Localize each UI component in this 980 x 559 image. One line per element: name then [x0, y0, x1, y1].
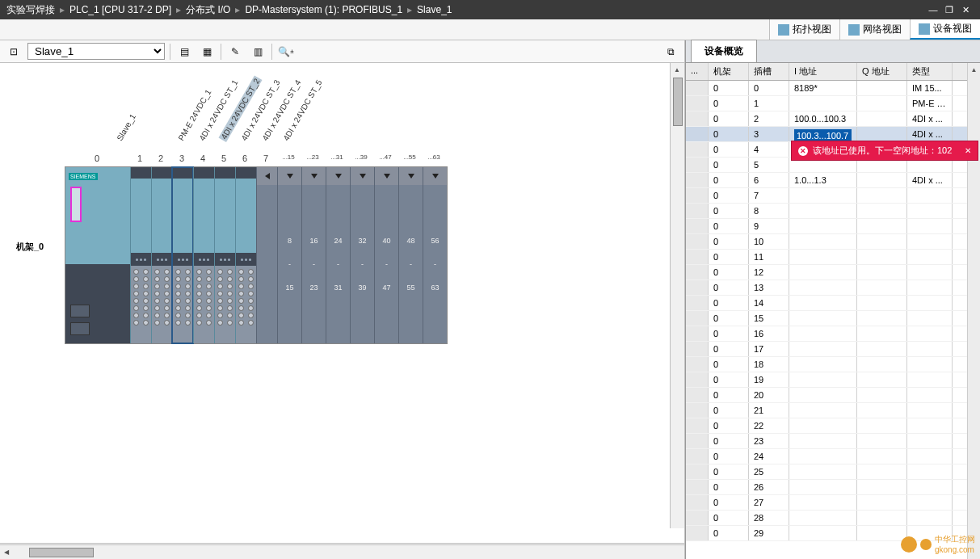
cell-iaddr[interactable]	[789, 418, 857, 433]
header-rack[interactable]: 机架	[709, 63, 749, 80]
cell-iaddr[interactable]	[789, 219, 857, 233]
io-module-slot-1[interactable]	[130, 167, 151, 343]
zoom-button[interactable]: 🔍±	[277, 43, 295, 61]
extension-column[interactable]: 16-23	[301, 167, 326, 343]
io-module-slot-3[interactable]	[172, 167, 193, 343]
extension-column[interactable]: 40-47	[374, 167, 398, 343]
nav-dropdown-icon[interactable]	[423, 167, 447, 185]
error-close-button[interactable]: ✕	[965, 146, 971, 155]
table-row[interactable]: 010	[686, 234, 980, 250]
breadcrumb-item[interactable]: PLC_1 [CPU 317-2 DP]	[69, 4, 171, 15]
grid-button[interactable]: ▥	[249, 43, 267, 61]
canvas-horizontal-scrollbar[interactable]: ◀	[0, 544, 684, 559]
cell-iaddr[interactable]	[789, 495, 857, 510]
cell-iaddr[interactable]	[789, 342, 857, 356]
cell-iaddr[interactable]	[789, 464, 857, 479]
cell-iaddr[interactable]	[789, 250, 857, 264]
show-module-names-button[interactable]: ▦	[198, 43, 216, 61]
cell-iaddr[interactable]	[789, 357, 857, 372]
cell-qaddr[interactable]	[857, 127, 907, 141]
table-row[interactable]: 026	[686, 480, 980, 495]
scroll-up-arrow[interactable]: ▲	[671, 63, 683, 76]
cell-iaddr[interactable]	[789, 526, 857, 540]
table-row[interactable]: 022	[686, 418, 980, 434]
cell-iaddr[interactable]	[789, 434, 857, 448]
table-row[interactable]: 025	[686, 464, 980, 480]
header-slot[interactable]: 插槽	[749, 63, 789, 80]
table-row[interactable]: 01PM-E 2...	[686, 96, 980, 111]
table-row[interactable]: 013	[686, 280, 980, 296]
nav-dropdown-icon[interactable]	[399, 167, 423, 185]
cell-qaddr[interactable]	[857, 326, 907, 341]
close-button[interactable]: ✕	[957, 3, 974, 16]
breadcrumb-item[interactable]: 实验写焊接	[6, 3, 55, 17]
device-view-button[interactable]: 设备视图	[910, 19, 980, 40]
cell-qaddr[interactable]	[857, 204, 907, 218]
cell-qaddr[interactable]	[857, 296, 907, 310]
cell-qaddr[interactable]	[857, 81, 907, 95]
cell-iaddr[interactable]: 100.3...100.7	[789, 127, 857, 141]
cell-iaddr[interactable]	[789, 480, 857, 494]
nav-dropdown-icon[interactable]	[351, 167, 374, 185]
table-row[interactable]: 017	[686, 342, 980, 357]
scroll-thumb[interactable]	[29, 548, 94, 557]
cell-qaddr[interactable]	[857, 449, 907, 464]
toggle-button[interactable]: ⊡	[5, 43, 23, 61]
nav-dropdown-icon[interactable]	[326, 167, 350, 185]
cell-iaddr[interactable]	[789, 326, 857, 341]
cell-qaddr[interactable]	[857, 511, 907, 525]
table-row[interactable]: 023	[686, 434, 980, 449]
iaddr-edit-field[interactable]: 100.3...100.7	[794, 129, 852, 141]
cell-qaddr[interactable]	[857, 234, 907, 249]
extension-column[interactable]: 8-15	[277, 167, 301, 343]
table-row[interactable]: 027	[686, 495, 980, 511]
scroll-thumb[interactable]	[673, 78, 683, 126]
io-module-slot-5[interactable]	[214, 167, 235, 343]
cell-qaddr[interactable]	[857, 434, 907, 448]
cell-iaddr[interactable]: 1.0...1.3	[789, 173, 857, 187]
restore-button[interactable]: ❐	[941, 3, 957, 16]
table-row[interactable]: 09	[686, 219, 980, 234]
cell-iaddr[interactable]	[789, 311, 857, 326]
table-row[interactable]: 011	[686, 250, 980, 265]
cell-iaddr[interactable]	[789, 280, 857, 295]
extension-column[interactable]: 32-39	[350, 167, 374, 343]
cell-iaddr[interactable]	[789, 511, 857, 525]
cell-qaddr[interactable]	[857, 357, 907, 372]
table-row[interactable]: 061.0...1.34DI x ...	[686, 173, 980, 188]
cell-qaddr[interactable]	[857, 526, 907, 540]
header-type[interactable]: 类型	[907, 63, 953, 80]
cell-iaddr[interactable]: 8189*	[789, 81, 857, 95]
cell-qaddr[interactable]	[857, 173, 907, 187]
cell-iaddr[interactable]	[789, 388, 857, 402]
extension-column[interactable]: 24-31	[326, 167, 350, 343]
table-row[interactable]: 019	[686, 372, 980, 388]
cell-qaddr[interactable]	[857, 96, 907, 111]
dock-button[interactable]: ⧉	[662, 43, 679, 61]
extension-column[interactable]: 48-55	[398, 167, 423, 343]
network-view-button[interactable]: 网络视图	[839, 19, 910, 40]
cell-iaddr[interactable]	[789, 204, 857, 218]
table-row[interactable]: 07	[686, 188, 980, 204]
table-row[interactable]: 020	[686, 388, 980, 403]
nav-dropdown-icon[interactable]	[302, 167, 326, 185]
table-row[interactable]: 012	[686, 265, 980, 280]
cell-iaddr[interactable]	[789, 403, 857, 418]
device-canvas[interactable]: 机架_0 Slave_1PM-E 24VDC_14DI x 24VDC ST_1…	[0, 63, 684, 543]
table-row[interactable]: 02100.0...100.34DI x ...	[686, 111, 980, 127]
device-selector[interactable]: Slave_1	[27, 43, 165, 60]
cell-qaddr[interactable]	[857, 219, 907, 233]
breadcrumb-item[interactable]: Slave_1	[417, 4, 452, 15]
draw-button[interactable]: ✎	[226, 43, 244, 61]
cell-qaddr[interactable]	[857, 480, 907, 494]
cell-qaddr[interactable]	[857, 372, 907, 387]
canvas-vertical-scrollbar[interactable]: ▲	[670, 63, 684, 528]
io-module-slot-4[interactable]	[193, 167, 214, 343]
cell-iaddr[interactable]	[789, 372, 857, 387]
io-module-slot-2[interactable]	[151, 167, 172, 343]
slave-module[interactable]: SIEMENS	[65, 167, 130, 343]
table-row[interactable]: 021	[686, 403, 980, 418]
table-row[interactable]: 024	[686, 449, 980, 464]
device-overview-tab[interactable]: 设备概览	[691, 40, 757, 62]
cell-qaddr[interactable]	[857, 280, 907, 295]
